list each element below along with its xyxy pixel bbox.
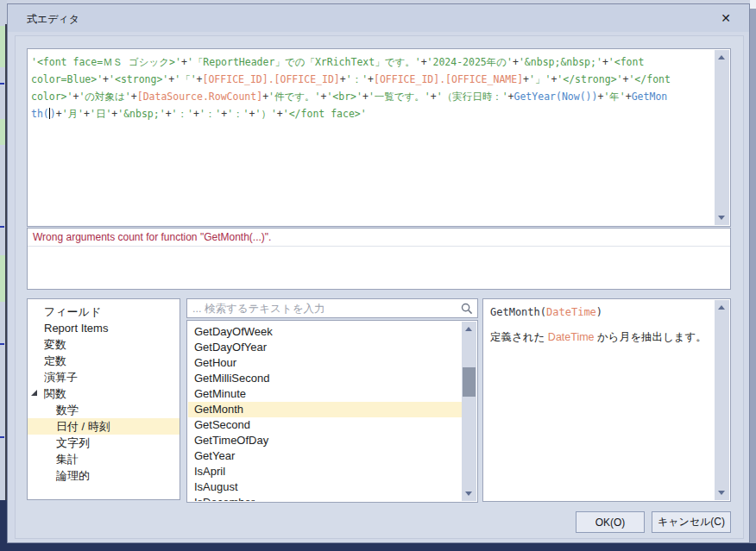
ruler-tick [0, 226, 4, 228]
code-token-str: '<font [608, 56, 645, 68]
scroll-down-icon [465, 492, 472, 496]
scroll-down-button[interactable] [715, 210, 729, 225]
tree-item[interactable]: 変数 [28, 336, 180, 353]
list-item[interactable]: GetMilliSecond [188, 371, 462, 386]
scroll-up-button[interactable] [715, 300, 729, 315]
tree-item[interactable]: 数学 [28, 402, 180, 418]
description-token: DateTime [548, 331, 595, 343]
code-token-func: GetMon [632, 91, 668, 103]
scrollbar-thumb[interactable] [463, 367, 476, 397]
tree-item[interactable]: 日付 / 時刻 [28, 418, 180, 435]
scroll-down-button[interactable] [715, 485, 729, 500]
expression-editor-input[interactable]: '<font face=ＭＳ ゴシック>'+'「ReportHeader」での「… [27, 48, 731, 227]
code-token-op: + [513, 56, 519, 68]
function-list-scrollbar[interactable] [462, 322, 476, 501]
list-item[interactable]: GetYear [188, 448, 462, 464]
scroll-up-button[interactable] [715, 50, 729, 65]
list-item[interactable]: IsAugust [188, 479, 462, 495]
code-token-op: + [602, 56, 608, 68]
tree-item[interactable]: 演算子 [28, 369, 180, 385]
expression-scrollbar[interactable] [715, 50, 729, 225]
code-token-op: + [56, 108, 62, 120]
tree-item[interactable]: フィールド [28, 304, 180, 320]
tree-item-label: 関数 [44, 387, 66, 400]
code-token-str: '）' [255, 108, 276, 120]
code-token-func: ) [50, 108, 56, 120]
description-token: 定義された [490, 331, 548, 343]
code-token-op: + [340, 73, 346, 85]
scroll-up-button[interactable] [462, 322, 476, 336]
list-item[interactable]: IsApril [188, 464, 462, 479]
list-item[interactable]: IsDecember [188, 495, 462, 501]
code-token-op: + [193, 108, 199, 120]
signature-token: DateTime [546, 306, 596, 318]
scroll-up-icon [465, 327, 472, 331]
tree-item[interactable]: 論理的 [28, 467, 180, 484]
expression-text[interactable]: '<font face=ＭＳ ゴシック>'+'「ReportHeader」での「… [31, 53, 711, 222]
code-token-str: '<br>' [326, 91, 362, 103]
code-token-op: + [421, 56, 427, 68]
code-token-func: GetYear(Now()) [514, 91, 598, 103]
tree-expanded-icon[interactable] [31, 390, 37, 396]
list-item[interactable]: GetMonth [188, 402, 462, 417]
code-token-op: + [103, 73, 109, 85]
code-token-str: '2024-2025年の' [427, 56, 513, 68]
tree-item-label: 論理的 [56, 469, 90, 482]
cancel-button[interactable]: キャンセル(C) [652, 511, 731, 533]
code-token-op: + [523, 73, 529, 85]
list-item[interactable]: GetDayOfWeek [188, 324, 462, 340]
code-token-str: '」' [529, 73, 551, 85]
error-message: Wrong arguments count for function "GetM… [33, 231, 271, 243]
code-token-op: + [84, 108, 90, 120]
background-right-edge [750, 0, 756, 543]
code-line[interactable]: th()+'月'+'日'+'&nbsp;'+'：'+'：'+'：'+'）'+'<… [31, 105, 711, 122]
signature-token: ) [596, 306, 602, 318]
tree-item[interactable]: 集計 [28, 451, 180, 467]
code-token-op: + [181, 56, 187, 68]
code-token-str: '</font face>' [283, 108, 367, 120]
close-icon[interactable]: ✕ [718, 10, 734, 26]
code-line[interactable]: '<font face=ＭＳ ゴシック>'+'「ReportHeader」での「… [31, 53, 711, 71]
code-token-str: '（実行日時：' [437, 91, 508, 103]
code-line[interactable]: color=Blue>'+'<strong>'+'「'+[OFFICE_ID].… [31, 71, 711, 88]
error-row[interactable]: Wrong arguments count for function "GetM… [28, 229, 730, 247]
background-corner-chip [750, 0, 756, 9]
tree-item-label: 文字列 [56, 436, 90, 449]
dialog-titlebar[interactable]: 式エディタ ✕ [8, 4, 749, 32]
code-token-op: + [131, 91, 137, 103]
code-token-str: '日' [90, 108, 111, 120]
dialog-title: 式エディタ [27, 12, 79, 27]
scroll-down-icon [718, 216, 725, 220]
list-item[interactable]: GetTimeOfDay [188, 433, 462, 448]
code-token-str: '月' [62, 108, 84, 120]
tree-item[interactable]: 関数 [28, 385, 180, 402]
scroll-down-button[interactable] [462, 486, 476, 501]
tree-item-label: 数学 [56, 404, 79, 416]
code-token-str: color>' [31, 91, 72, 103]
code-token-str: '<font face=ＭＳ ゴシック>' [31, 56, 181, 68]
code-token-str: '&nbsp;' [117, 108, 165, 120]
code-token-str: '<strong>' [109, 73, 168, 85]
scroll-up-icon [718, 305, 725, 310]
ok-button[interactable]: OK(O) [576, 511, 645, 533]
description-scrollbar[interactable] [715, 300, 729, 500]
tree-item[interactable]: 文字列 [28, 435, 180, 451]
tree-item-label: 集計 [56, 453, 79, 466]
code-token-op: + [508, 91, 514, 103]
tree-item[interactable]: 定数 [28, 353, 180, 369]
tree-item-label: Report Items [44, 322, 108, 335]
code-token-field: [OFFICE_ID].[OFFICE_NAME] [374, 73, 523, 85]
expression-editor-dialog: 式エディタ ✕ '<font face=ＭＳ ゴシック>'+'「ReportHe… [7, 3, 750, 543]
list-item[interactable]: GetMinute [188, 386, 462, 402]
tree-item-label: 定数 [44, 354, 66, 367]
search-box [186, 298, 478, 318]
list-item[interactable]: GetSecond [188, 417, 462, 433]
list-item[interactable]: GetHour [188, 355, 462, 371]
tree-item[interactable]: Report Items [28, 320, 180, 336]
code-line[interactable]: color>'+'の対象は'+[DataSource.RowCount]+'件で… [31, 88, 711, 105]
function-description-text: 定義された DateTime から月を抽出します。 [490, 330, 709, 345]
search-input[interactable] [187, 299, 477, 317]
scroll-down-icon [718, 491, 725, 495]
search-icon [461, 303, 473, 315]
list-item[interactable]: GetDayOfYear [188, 340, 462, 355]
